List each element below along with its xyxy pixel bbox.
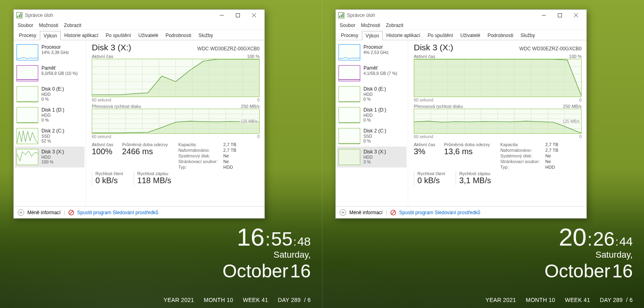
sidebar-thumb-icon	[17, 149, 38, 165]
sidebar-item-sub: 14% 3,39 GHz	[41, 50, 69, 55]
sidebar-item-1[interactable]: Paměť 4,1/59,9 GB (7 %)	[337, 63, 407, 84]
resource-monitor-link[interactable]: Spustit program Sledování prostředků	[77, 210, 158, 215]
fewer-details-link[interactable]: Méně informací	[349, 210, 383, 215]
tab-5[interactable]: Podrobnosti	[484, 31, 517, 40]
menu-2[interactable]: Zobrazit	[64, 23, 81, 28]
menu-1[interactable]: Možnosti	[361, 23, 380, 28]
menubar: SouborMožnostiZobrazit	[336, 21, 586, 30]
sidebar-item-5[interactable]: Disk 3 (X:) HDD 3 %	[337, 147, 407, 167]
sidebar: Procesor 14% 3,39 GHz Paměť 6,0/59,9 GB …	[14, 40, 86, 206]
tab-0[interactable]: Procesy	[15, 31, 40, 40]
sidebar-item-sub: SSD	[363, 134, 386, 138]
svg-rect-38	[341, 14, 342, 17]
window-title: Správce úloh	[25, 12, 53, 18]
sidebar-thumb-icon	[339, 128, 360, 144]
chevron-up-icon[interactable]	[18, 209, 24, 216]
svg-line-35	[70, 211, 73, 214]
tab-2[interactable]: Historie aplikací	[61, 31, 102, 40]
sidebar-thumb-icon	[339, 86, 360, 102]
stat-value: 100%	[92, 147, 113, 156]
disk-title: Disk 3 (X:)	[92, 43, 131, 52]
titlebar[interactable]: Správce úloh	[14, 10, 264, 21]
x-left: 60 sekund	[414, 97, 433, 102]
tab-1[interactable]: Výkon	[362, 31, 382, 40]
stat-value: 0 kB/s	[417, 176, 445, 185]
footer: Méně informací | Spustit program Sledová…	[336, 206, 586, 218]
disk-facts: Kapacita:2,7 TBNaformátováno:2,7 TBSysté…	[500, 142, 558, 170]
sidebar-item-3[interactable]: Disk 1 (D:) HDD 0 %	[337, 105, 407, 126]
x-right: 0	[257, 97, 260, 102]
titlebar[interactable]: Správce úloh	[336, 10, 586, 21]
kv-val: Ne	[545, 153, 558, 158]
sidebar-thumb-icon	[339, 44, 360, 60]
sidebar-item-1[interactable]: Paměť 6,0/59,9 GB (10 %)	[15, 63, 85, 84]
maximize-button[interactable]	[230, 10, 246, 21]
sidebar-item-0[interactable]: Procesor 4% 2,53 GHz	[337, 42, 407, 63]
sidebar-item-4[interactable]: Disk 2 (C:) SSD 0 %	[337, 126, 407, 147]
date-month: October	[223, 260, 289, 281]
tab-4[interactable]: Uživatelé	[457, 31, 484, 40]
stat-value: 13,6 ms	[444, 147, 490, 156]
tab-6[interactable]: Služby	[195, 31, 217, 40]
stat-label: Průměrná doba odezvy	[122, 142, 168, 147]
resource-monitor-link[interactable]: Spustit program Sledování prostředků	[399, 210, 480, 215]
tab-4[interactable]: Uživatelé	[135, 31, 162, 40]
chart1-max: 100 %	[247, 54, 260, 59]
sidebar-item-sub2: 0 %	[41, 118, 64, 122]
stat-value: 3,1 MB/s	[459, 176, 491, 185]
stat-label: Průměrná doba odezvy	[444, 142, 490, 147]
menu-0[interactable]: Soubor	[340, 23, 355, 28]
disk-model: WDC WD30EZRZ-00GXCB0	[519, 46, 582, 52]
clock-widget: 16: 55: 48 Saturday, October 16	[223, 225, 311, 282]
chart2-label: Přenosová rychlost disku	[414, 104, 463, 109]
sidebar-item-5[interactable]: Disk 3 (X:) HDD 100 %	[15, 147, 85, 167]
close-button[interactable]	[246, 10, 262, 21]
minimize-button[interactable]	[214, 10, 230, 21]
sidebar-thumb-icon	[339, 107, 360, 123]
svg-rect-41	[558, 14, 562, 17]
tab-3[interactable]: Po spuštění	[424, 31, 456, 40]
sidebar-item-sub2: 0 %	[41, 97, 64, 101]
tab-3[interactable]: Po spuštění	[102, 31, 134, 40]
no-entry-icon	[68, 210, 74, 215]
kv-val: 2,7 TB	[545, 142, 558, 147]
svg-rect-2	[19, 14, 20, 17]
sidebar-item-sub2: 0 %	[363, 118, 386, 122]
close-button[interactable]	[568, 10, 584, 21]
tab-0[interactable]: Procesy	[337, 31, 362, 40]
chevron-up-icon[interactable]	[340, 209, 346, 216]
fewer-details-link[interactable]: Méně informací	[27, 210, 61, 215]
kv-key: Systémový disk:	[500, 153, 540, 158]
tab-5[interactable]: Podrobnosti	[162, 31, 195, 40]
menu-2[interactable]: Zobrazit	[386, 23, 403, 28]
sidebar-item-2[interactable]: Disk 0 (E:) HDD 0 %	[337, 84, 407, 105]
tab-2[interactable]: Historie aplikací	[383, 31, 424, 40]
main-panel: Disk 3 (X:) WDC WD30EZRZ-00GXCB0 Aktivní…	[408, 40, 586, 206]
minimize-button[interactable]	[536, 10, 552, 21]
sidebar-item-sub2: 100 %	[41, 159, 64, 164]
sidebar-item-3[interactable]: Disk 1 (D:) HDD 0 %	[15, 105, 85, 126]
kv-key: Stránkovací soubor:	[178, 159, 218, 164]
sidebar-item-sub2: 52 %	[41, 138, 64, 143]
kv-key: Stránkovací soubor:	[500, 159, 540, 164]
sidebar-item-sub: HDD	[41, 155, 64, 159]
chart-active-time	[414, 59, 582, 97]
menu-0[interactable]: Soubor	[18, 23, 33, 28]
sidebar-item-title: Disk 0 (E:)	[41, 86, 64, 92]
tab-1[interactable]: Výkon	[40, 31, 60, 40]
sidebar-item-title: Disk 1 (D:)	[41, 107, 64, 113]
tab-6[interactable]: Služby	[517, 31, 539, 40]
chart2-max: 250 MB/s	[563, 104, 582, 109]
no-entry-icon	[390, 210, 396, 215]
kv-val: HDD	[545, 165, 558, 170]
clock-minutes: 26	[593, 229, 614, 249]
sidebar-item-sub: 6,0/59,9 GB (10 %)	[41, 71, 78, 76]
sidebar-item-2[interactable]: Disk 0 (E:) HDD 0 %	[15, 84, 85, 105]
sidebar-thumb-icon	[339, 149, 360, 165]
sidebar-item-sub2: 3 %	[363, 159, 386, 164]
maximize-button[interactable]	[552, 10, 568, 21]
kv-val: 2,7 TB	[223, 148, 236, 153]
sidebar-item-4[interactable]: Disk 2 (C:) SSD 52 %	[15, 126, 85, 147]
sidebar-item-0[interactable]: Procesor 14% 3,39 GHz	[15, 42, 85, 63]
menu-1[interactable]: Možnosti	[39, 23, 58, 28]
